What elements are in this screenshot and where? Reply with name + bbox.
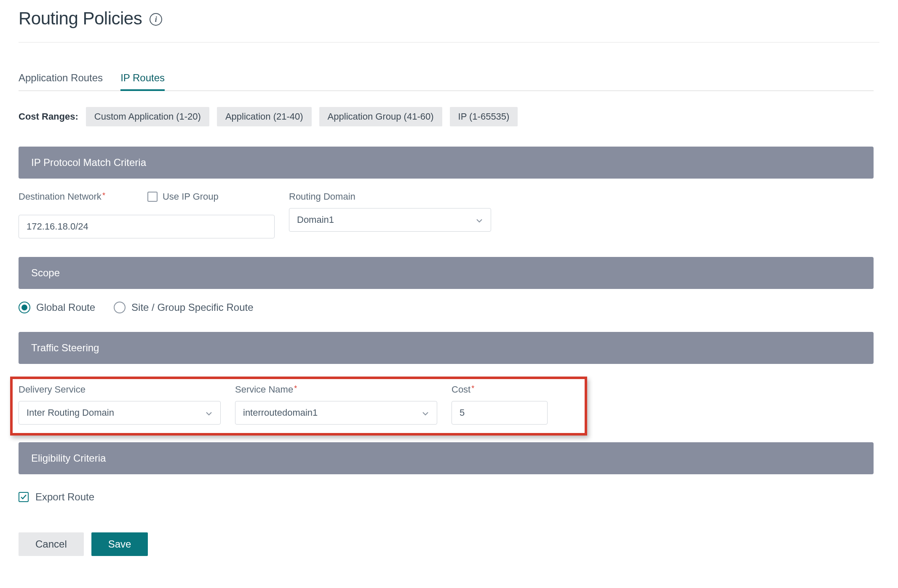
page-title: Routing Policies xyxy=(19,8,142,29)
tabs: Application Routes IP Routes xyxy=(19,72,874,91)
tab-application-routes[interactable]: Application Routes xyxy=(19,72,103,91)
delivery-service-select[interactable]: Inter Routing Domain xyxy=(19,401,221,425)
chip-application[interactable]: Application (21-40) xyxy=(217,107,312,126)
save-button[interactable]: Save xyxy=(91,532,148,556)
chip-custom-application[interactable]: Custom Application (1-20) xyxy=(86,107,209,126)
routing-domain-label: Routing Domain xyxy=(289,191,491,202)
export-route-label: Export Route xyxy=(35,491,94,503)
traffic-steering-highlight: Delivery Service Inter Routing Domain Se… xyxy=(10,377,587,436)
section-header-scope: Scope xyxy=(19,257,874,289)
required-asterisk: * xyxy=(294,384,297,393)
required-asterisk: * xyxy=(102,191,105,200)
tab-ip-routes[interactable]: IP Routes xyxy=(120,72,165,91)
service-name-select[interactable]: interroutedomain1 xyxy=(235,401,437,425)
info-icon[interactable]: i xyxy=(150,13,162,26)
radio-global-route-label: Global Route xyxy=(36,302,95,313)
cost-value: 5 xyxy=(460,407,465,418)
chip-ip[interactable]: IP (1-65535) xyxy=(450,107,518,126)
use-ip-group-label: Use IP Group xyxy=(163,191,219,202)
delivery-service-label: Delivery Service xyxy=(19,384,221,395)
section-header-ip-match: IP Protocol Match Criteria xyxy=(19,147,874,179)
radio-global-route[interactable]: Global Route xyxy=(19,302,95,313)
section-header-traffic-steering: Traffic Steering xyxy=(19,332,874,364)
use-ip-group-checkbox[interactable] xyxy=(147,192,158,202)
service-name-label: Service Name xyxy=(235,384,293,395)
radio-site-group-specific[interactable]: Site / Group Specific Route xyxy=(114,302,253,313)
cost-input[interactable]: 5 xyxy=(452,401,548,425)
chevron-down-icon xyxy=(422,409,429,417)
radio-site-group-specific-label: Site / Group Specific Route xyxy=(131,302,253,313)
cancel-button[interactable]: Cancel xyxy=(19,532,84,556)
chip-application-group[interactable]: Application Group (41-60) xyxy=(319,107,442,126)
destination-network-input[interactable]: 172.16.18.0/24 xyxy=(19,215,275,238)
chevron-down-icon xyxy=(205,409,213,417)
destination-network-label: Destination Network xyxy=(19,191,102,202)
destination-network-value: 172.16.18.0/24 xyxy=(27,221,88,232)
delivery-service-value: Inter Routing Domain xyxy=(27,407,114,418)
section-header-eligibility: Eligibility Criteria xyxy=(19,442,874,474)
required-asterisk: * xyxy=(471,384,474,393)
service-name-value: interroutedomain1 xyxy=(243,407,318,418)
export-route-checkbox[interactable] xyxy=(19,492,29,502)
chevron-down-icon xyxy=(476,216,483,224)
routing-domain-select[interactable]: Domain1 xyxy=(289,208,491,232)
cost-label: Cost xyxy=(452,384,470,395)
routing-domain-value: Domain1 xyxy=(297,214,334,225)
cost-ranges-label: Cost Ranges: xyxy=(19,111,78,122)
